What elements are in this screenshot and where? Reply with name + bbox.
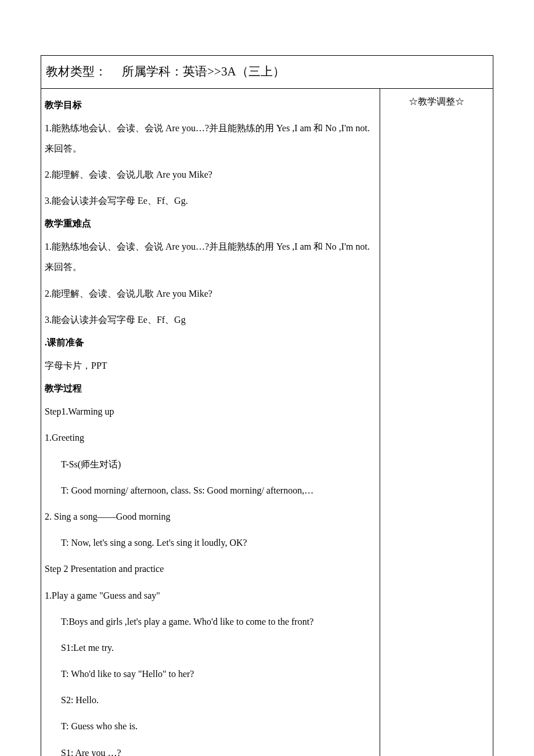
textbook-type-label: 教材类型： <box>46 64 107 78</box>
process-line: S1: Are you …? <box>45 743 376 756</box>
preparation-heading: .课前准备 <box>45 336 376 350</box>
subject-label: 所属学科：英语>>3A（三上） <box>122 64 284 78</box>
process-line: T: Who'd like to say "Hello" to her? <box>45 664 376 684</box>
main-content-cell: 教学目标 1.能熟练地会认、会读、会说 Are you…?并且能熟练的用 Yes… <box>41 88 380 756</box>
process-line: 2. Sing a song——Good morning <box>45 506 376 527</box>
process-line: T: Now, let's sing a song. Let's sing it… <box>45 532 376 553</box>
process-line: T: Guess who she is. <box>45 716 376 736</box>
process-line: S1:Let me try. <box>45 638 376 658</box>
objective-item: 1.能熟练地会认、会读、会说 Are you…?并且能熟练的用 Yes ,I a… <box>45 118 376 159</box>
key-point-item: 2.能理解、会读、会说儿歌 Are you Mike? <box>45 283 376 304</box>
document-page: 教材类型： 所属学科：英语>>3A（三上） 教学目标 1.能熟练地会认、会读、会… <box>0 0 534 756</box>
sidebar-title: ☆教学调整☆ <box>409 96 464 106</box>
objective-item: 3.能会认读并会写字母 Ee、Ff、Gg. <box>45 190 376 211</box>
key-point-item: 1.能熟练地会认、会读、会说 Are you…?并且能熟练的用 Yes ,I a… <box>45 236 376 277</box>
preparation-content: 字母卡片，PPT <box>45 355 376 376</box>
key-point-item: 3.能会认读并会写字母 Ee、Ff、Gg <box>45 309 376 330</box>
process-line: Step 2 Presentation and practice <box>45 559 376 579</box>
process-line: Step1.Warming up <box>45 401 376 422</box>
objectives-heading: 教学目标 <box>45 98 376 112</box>
process-line: T: Good morning/ afternoon, class. Ss: G… <box>45 480 376 501</box>
process-line: S2: Hello. <box>45 690 376 710</box>
process-heading: 教学过程 <box>45 381 376 395</box>
process-line: 1.Greeting <box>45 427 376 448</box>
objective-item: 2.能理解、会读、会说儿歌 Are you Mike? <box>45 164 376 185</box>
sidebar-cell: ☆教学调整☆ <box>380 88 493 756</box>
process-line: T:Boys and girls ,let's play a game. Who… <box>45 611 376 632</box>
lesson-plan-table: 教材类型： 所属学科：英语>>3A（三上） 教学目标 1.能熟练地会认、会读、会… <box>41 55 493 756</box>
key-points-heading: 教学重难点 <box>45 217 376 231</box>
process-line: T-Ss(师生对话) <box>45 454 376 474</box>
process-line: 1.Play a game "Guess and say" <box>45 585 376 606</box>
table-header-row: 教材类型： 所属学科：英语>>3A（三上） <box>41 56 493 89</box>
